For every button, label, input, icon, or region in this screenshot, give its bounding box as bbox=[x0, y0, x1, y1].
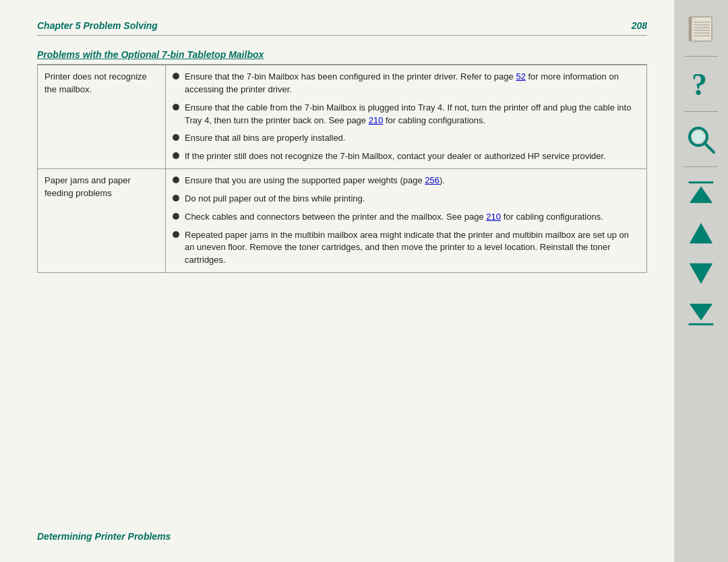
svg-marker-13 bbox=[690, 186, 712, 203]
svg-line-11 bbox=[705, 144, 714, 152]
link-210a[interactable]: 210 bbox=[369, 115, 384, 125]
bullet-text: Repeated paper jams in the multibin mail… bbox=[185, 229, 640, 268]
divider-1 bbox=[684, 56, 718, 57]
list-item: Ensure that you are using the supported … bbox=[173, 175, 640, 187]
sidebar: ? bbox=[674, 0, 728, 562]
content-table: Printer does not recognize the mailbox. … bbox=[37, 65, 647, 273]
svg-marker-16 bbox=[690, 304, 712, 321]
navigate-up-button[interactable] bbox=[681, 216, 721, 250]
list-item: Ensure that the cable from the 7-bin Mai… bbox=[173, 102, 640, 127]
help-icon[interactable]: ? bbox=[681, 65, 721, 102]
page-number: 208 bbox=[632, 20, 647, 31]
link-52[interactable]: 52 bbox=[516, 71, 525, 82]
svg-marker-14 bbox=[690, 223, 712, 244]
bullet-text: Check cables and connectors between the … bbox=[185, 211, 603, 224]
list-item: Do not pull paper out of the bins while … bbox=[173, 193, 640, 206]
bullet-text: Ensure that you are using the supported … bbox=[185, 175, 445, 187]
bullet-icon bbox=[173, 104, 179, 111]
footer-text: Determining Printer Problems bbox=[37, 531, 171, 542]
problem-cell-1: Printer does not recognize the mailbox. bbox=[38, 65, 166, 169]
bullet-list-1: Ensure that the 7-bin Mailbox has been c… bbox=[173, 71, 640, 163]
list-item: Ensure that the 7-bin Mailbox has been c… bbox=[173, 71, 640, 96]
page-container: Chapter 5 Problem Solving 208 Problems w… bbox=[0, 0, 728, 562]
main-content: Chapter 5 Problem Solving 208 Problems w… bbox=[0, 0, 674, 562]
svg-point-10 bbox=[692, 131, 704, 143]
bullet-text: Ensure that the cable from the 7-bin Mai… bbox=[185, 102, 640, 127]
table-row: Printer does not recognize the mailbox. … bbox=[38, 65, 647, 169]
bullet-icon bbox=[173, 177, 179, 183]
bullet-icon bbox=[173, 231, 179, 238]
svg-rect-1 bbox=[689, 17, 692, 41]
bullet-icon bbox=[173, 213, 179, 220]
list-item: Check cables and connectors between the … bbox=[173, 211, 640, 224]
bullet-text: Ensure that all bins are properly instal… bbox=[185, 132, 345, 145]
solution-cell-1: Ensure that the 7-bin Mailbox has been c… bbox=[166, 65, 647, 169]
list-item: Ensure that all bins are properly instal… bbox=[173, 132, 640, 145]
list-item: Repeated paper jams in the multibin mail… bbox=[173, 229, 640, 268]
table-row: Paper jams and paper feeding problems En… bbox=[38, 169, 647, 273]
bullet-icon bbox=[173, 73, 179, 80]
svg-text:?: ? bbox=[692, 68, 707, 100]
bullet-icon bbox=[173, 134, 179, 141]
bullet-text: Ensure that the 7-bin Mailbox has been c… bbox=[185, 71, 640, 96]
svg-marker-15 bbox=[690, 263, 712, 284]
bullet-text: If the printer still does not recognize … bbox=[185, 150, 606, 163]
problem-text-2: Paper jams and paper feeding problems bbox=[44, 175, 131, 198]
header-line: Chapter 5 Problem Solving 208 bbox=[37, 20, 647, 36]
solution-cell-2: Ensure that you are using the supported … bbox=[166, 169, 647, 273]
divider-3 bbox=[684, 166, 718, 167]
link-210b[interactable]: 210 bbox=[486, 212, 501, 222]
divider-2 bbox=[684, 111, 718, 112]
navigate-down-button[interactable] bbox=[681, 257, 721, 290]
bullet-text: Do not pull paper out of the bins while … bbox=[185, 193, 365, 206]
problem-cell-2: Paper jams and paper feeding problems bbox=[38, 169, 166, 273]
problem-text-1: Printer does not recognize the mailbox. bbox=[44, 71, 147, 94]
list-item: If the printer still does not recognize … bbox=[173, 150, 640, 163]
bullet-list-2: Ensure that you are using the supported … bbox=[173, 175, 640, 267]
navigate-to-bottom-button[interactable] bbox=[681, 297, 721, 331]
navigate-to-top-button[interactable] bbox=[681, 176, 721, 210]
search-icon[interactable] bbox=[681, 121, 721, 158]
chapter-header: Chapter 5 Problem Solving bbox=[37, 20, 158, 31]
bullet-icon bbox=[173, 195, 179, 201]
bullet-icon bbox=[173, 152, 179, 159]
book-icon[interactable] bbox=[681, 10, 721, 47]
link-256[interactable]: 256 bbox=[425, 175, 439, 185]
section-title: Problems with the Optional 7-bin Tableto… bbox=[37, 49, 647, 65]
